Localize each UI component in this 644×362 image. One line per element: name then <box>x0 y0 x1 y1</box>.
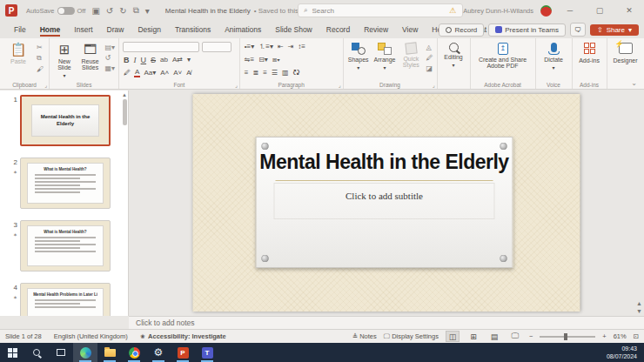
thumbnail-slide-2[interactable]: 2✶ What is Mental Health? <box>5 158 119 209</box>
start-slideshow-button[interactable]: ⧉ <box>133 5 139 16</box>
reuse-slides-button[interactable]: 🗔 Reuse Slides <box>79 41 102 70</box>
convert-smartart-button[interactable]: ⧈▾ <box>272 56 281 64</box>
close-button[interactable]: ✕ <box>618 0 641 21</box>
cut-icon[interactable]: ✂ <box>37 44 44 51</box>
shape-effects-icon[interactable]: ◪ <box>426 64 433 72</box>
present-in-teams-button[interactable]: Present in Teams <box>488 23 566 37</box>
increase-indent-button[interactable]: ⇥ <box>287 43 295 50</box>
bold-button[interactable]: B <box>123 56 131 64</box>
decrease-indent-button[interactable]: ⇤ <box>277 43 285 50</box>
tab-home[interactable]: Home <box>33 23 68 37</box>
thumbnail-slide-4-preview[interactable]: Mental Health Problems in Later Life <box>20 283 111 316</box>
reading-view-button[interactable]: ▤ <box>487 331 501 342</box>
scrollbar-thumb[interactable] <box>123 99 127 125</box>
line-spacing-button[interactable]: ↕≡ <box>297 43 306 50</box>
tab-view[interactable]: View <box>395 23 425 37</box>
numbering-button[interactable]: ⒈≡▾ <box>258 42 274 51</box>
collapse-ribbon-chevron-icon[interactable]: ⌄ <box>631 79 637 87</box>
avatar[interactable] <box>540 5 552 17</box>
section-icon[interactable]: ▦▾ <box>104 64 115 72</box>
subtitle-placeholder-box[interactable]: Click to add subtitle <box>274 183 495 219</box>
document-title[interactable]: Mental Health in the Elderly • Saved to … <box>165 7 317 15</box>
slide-title-textbox[interactable]: Mental Health in the Elderly <box>257 151 513 173</box>
start-button[interactable] <box>0 343 24 362</box>
arrange-button[interactable]: Arrange ▾ <box>373 41 396 70</box>
scroll-up-icon[interactable]: ▲ <box>122 92 127 97</box>
thumbnail-slide-4[interactable]: 4✶ Mental Health Problems in Later Life <box>5 283 119 316</box>
quick-styles-button[interactable]: Quick Styles <box>399 41 422 68</box>
language-indicator[interactable]: English (United Kingdom) <box>54 332 128 340</box>
taskbar-settings-button[interactable]: ⚙ <box>146 343 171 362</box>
taskbar-edge-button[interactable] <box>73 343 97 362</box>
display-settings-button[interactable]: 🖵 Display Settings <box>384 332 439 341</box>
editing-button[interactable]: Editing ▾ <box>441 41 466 68</box>
justify-button[interactable]: ☰ <box>271 69 278 77</box>
character-spacing-button[interactable]: A⇄ <box>171 56 184 64</box>
notes-pane[interactable]: Click to add notes <box>129 316 644 329</box>
previous-slide-button[interactable]: ▲ <box>636 300 642 306</box>
save-button[interactable]: ▣ <box>91 6 99 16</box>
text-direction-button[interactable]: ⇋≡ <box>244 56 255 64</box>
addins-button[interactable]: Add-ins <box>576 41 603 64</box>
thumbnail-slide-3-preview[interactable]: What is Mental Health? <box>20 220 111 272</box>
slide-sorter-view-button[interactable]: ⊞ <box>466 331 480 342</box>
taskbar-file-explorer-button[interactable] <box>97 343 122 362</box>
autosave-toggle[interactable]: AutoSave Off <box>26 7 85 15</box>
autosave-switch-icon[interactable] <box>57 7 75 15</box>
italic-button[interactable]: I <box>133 56 138 64</box>
tab-review[interactable]: Review <box>357 23 395 37</box>
search-input[interactable]: ⌕ Search <box>298 3 463 17</box>
tab-record[interactable]: Record <box>319 23 357 37</box>
align-right-button[interactable]: ≡ <box>262 69 268 77</box>
dictate-button[interactable]: Dictate ▾ <box>540 41 568 70</box>
warning-icon[interactable]: ⚠ <box>449 6 456 15</box>
paragraph-dialog-launcher[interactable]: ⌟ <box>339 82 341 88</box>
shape-fill-icon[interactable]: ◬ <box>426 44 433 51</box>
undo-button[interactable]: ↺ <box>106 6 113 16</box>
notes-toggle-button[interactable]: ≜ Notes <box>352 332 377 340</box>
tab-transitions[interactable]: Transitions <box>168 23 218 37</box>
record-button[interactable]: Record <box>439 23 484 37</box>
drawing-dialog-launcher[interactable]: ⌟ <box>433 82 435 88</box>
grow-font-button[interactable]: A˄ <box>159 69 170 77</box>
title-plaque[interactable]: Mental Health in the Elderly Click to ad… <box>256 137 513 268</box>
clear-formatting-button[interactable]: A̸ <box>185 69 191 77</box>
thumbnail-slide-2-preview[interactable]: What is Mental Health? <box>20 158 111 209</box>
rotate-text-button[interactable]: 🗘 <box>292 69 301 77</box>
new-slide-button[interactable]: ⊞ New Slide ▾ <box>53 41 76 78</box>
tab-file[interactable]: File <box>7 23 33 37</box>
layout-icon[interactable]: ▤▾ <box>104 44 115 51</box>
font-color-button[interactable]: A <box>134 68 140 77</box>
thumbnail-scrollbar[interactable]: ▲ <box>122 92 127 316</box>
taskbar-powerpoint-button[interactable]: P <box>171 343 195 362</box>
format-painter-icon[interactable]: 🖌 <box>37 65 44 73</box>
fit-to-window-button[interactable]: ⊡ <box>634 332 639 340</box>
tab-slide-show[interactable]: Slide Show <box>268 23 319 37</box>
zoom-percentage[interactable]: 61% <box>614 332 627 340</box>
columns-button[interactable]: ▥ <box>281 69 290 77</box>
zoom-out-button[interactable]: − <box>529 332 533 340</box>
zoom-slider-thumb[interactable] <box>564 333 567 340</box>
maximize-button[interactable]: ▢ <box>588 0 611 21</box>
font-dialog-launcher[interactable]: ⌟ <box>235 82 238 88</box>
shape-outline-icon[interactable]: 🖉 <box>426 54 433 62</box>
tab-design[interactable]: Design <box>131 23 167 37</box>
align-center-button[interactable]: ≣ <box>252 69 259 77</box>
zoom-slider[interactable] <box>540 336 595 338</box>
clipboard-dialog-launcher[interactable]: ⌟ <box>44 82 47 88</box>
designer-button[interactable]: Designer <box>611 41 641 64</box>
next-slide-button[interactable]: ▼ <box>636 308 642 314</box>
tab-draw[interactable]: Draw <box>100 23 131 37</box>
user-name[interactable]: Aubrey Dunn-H-Wilands <box>463 7 533 15</box>
customize-qat-chevron-icon[interactable]: ▾ <box>145 6 150 16</box>
thumbnail-slide-1-preview[interactable]: Mental Health in the Elderly <box>20 95 111 146</box>
taskbar-clock[interactable]: 09:43 08/07/2024 <box>607 343 644 362</box>
shrink-font-button[interactable]: A˅ <box>172 69 183 77</box>
slide-editor[interactable]: Mental Health in the Elderly Click to ad… <box>193 94 580 312</box>
paste-button[interactable]: 📋 Paste <box>3 41 33 64</box>
bullets-button[interactable]: •≡▾ <box>244 43 255 50</box>
thumbnail-slide-1[interactable]: 1 Mental Health in the Elderly <box>5 95 119 146</box>
case-button[interactable]: Aa▾ <box>143 69 157 77</box>
share-button[interactable]: ⇧ Share ▾ <box>590 24 639 36</box>
change-case-button[interactable]: ▾ <box>186 56 191 64</box>
